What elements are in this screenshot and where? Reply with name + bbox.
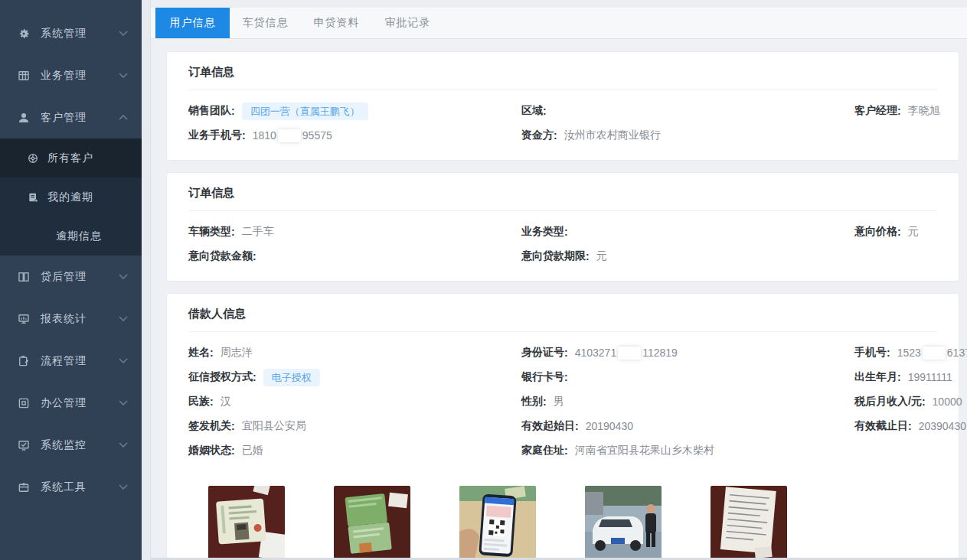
field-id-number: 身份证号: 4103271112819 <box>521 340 854 365</box>
chevron-down-icon <box>119 400 128 405</box>
field-valid-from: 有效起始日: 20190430 <box>521 414 854 438</box>
toolbox-icon <box>17 480 31 494</box>
photo-person-with-car[interactable]: 本人照 <box>585 486 662 560</box>
photo-id-card[interactable]: 本人照 <box>208 486 285 560</box>
sidebar-subitem-overdue-info[interactable]: 逾期信息 <box>0 217 142 256</box>
field-birth-date: 出生年月: 19911111 <box>854 365 967 389</box>
order-info-card: 订单信息 销售团队: 四团一营（直属王鹏飞） 区域: 客户经理: 李晓旭 <box>166 51 959 161</box>
field-home-address: 家庭住址: 河南省宜阳县花果山乡木柴村 <box>521 438 854 463</box>
chevron-down-icon <box>119 442 128 448</box>
sidebar-item-system-tools[interactable]: 系统工具 <box>0 466 142 508</box>
sidebar-subitem-all-customers[interactable]: 所有客户 <box>0 138 142 177</box>
sidebar-item-office-management[interactable]: 办公管理 <box>0 382 142 424</box>
square-nested-icon <box>17 396 31 410</box>
sidebar-item-label: 流程管理 <box>41 354 119 368</box>
gear-icon <box>17 27 31 41</box>
redaction-patch <box>618 347 641 360</box>
photo-handwritten-document[interactable]: 手写申请书 <box>711 486 787 560</box>
chevron-down-icon <box>119 358 128 363</box>
notebook-icon <box>27 191 39 203</box>
top-strip <box>151 0 967 8</box>
redaction-patch <box>278 129 301 142</box>
chevron-down-icon <box>119 73 128 78</box>
tab-content: 订单信息 销售团队: 四团一营（直属王鹏飞） 区域: 客户经理: 李晓旭 <box>151 39 967 560</box>
sidebar-item-customer-management[interactable]: 客户管理 <box>0 96 142 138</box>
sidebar-item-label: 报表统计 <box>41 312 119 326</box>
sidebar-item-business-management[interactable]: 业务管理 <box>0 54 142 96</box>
sidebar-item-process-management[interactable]: 流程管理 <box>0 340 142 382</box>
sidebar-item-label: 办公管理 <box>41 396 119 410</box>
sidebar-item-label: 贷后管理 <box>41 270 119 284</box>
book-icon <box>17 270 31 284</box>
credit-auth-tag: 电子授权 <box>263 369 320 386</box>
field-mobile: 手机号: 15236137 <box>854 340 967 365</box>
sidebar-subitem-label: 我的逾期 <box>47 190 93 204</box>
field-business-type: 业务类型: <box>521 220 854 244</box>
field-issuing-authority: 签发机关: 宜阳县公安局 <box>188 414 521 438</box>
clipboard-edit-icon <box>17 354 31 368</box>
sales-team-tag[interactable]: 四团一营（直属王鹏飞） <box>242 103 368 120</box>
chevron-down-icon <box>119 31 128 36</box>
card-title: 订单信息 <box>188 173 937 211</box>
main-panel: 用户信息 车贷信息 申贷资料 审批记录 订单信息 销售团队: 四团一营（直属王鹏… <box>151 0 967 560</box>
tab-bar: 用户信息 车贷信息 申贷资料 审批记录 <box>151 8 967 39</box>
tab-loan-application-docs[interactable]: 申贷资料 <box>301 8 372 38</box>
field-intent-price: 意向价格: 元 <box>854 220 937 244</box>
chevron-down-icon <box>119 484 128 490</box>
sidebar-item-report-statistics[interactable]: 报表统计 <box>0 298 142 340</box>
field-sales-team: 销售团队: 四团一营（直属王鹏飞） <box>188 99 521 123</box>
field-intent-loan-amount: 意向贷款金额: <box>188 244 521 269</box>
field-funder: 资金方: 汝州市农村商业银行 <box>521 123 854 148</box>
card-title: 订单信息 <box>188 52 937 90</box>
document-photos: 本人照 <box>188 475 937 560</box>
loan-intent-card: 订单信息 车辆类型: 二手车 业务类型: 意向价格: 元 <box>166 172 959 282</box>
field-marital-status: 婚姻状态: 已婚 <box>188 438 521 463</box>
field-customer-manager: 客户经理: 李晓旭 <box>854 99 940 123</box>
sidebar-item-system-monitor[interactable]: 系统监控 <box>0 424 142 466</box>
field-bank-card: 银行卡号: <box>521 365 854 389</box>
chevron-down-icon <box>119 274 128 279</box>
sidebar-subitem-my-overdue[interactable]: 我的逾期 <box>0 177 142 217</box>
photo-green-booklet[interactable]: 智能双录核验 <box>334 486 410 560</box>
app-window: 系统管理 业务管理 客户管理 所有客户 我的逾期 逾期信息 <box>0 0 967 560</box>
card-title: 借款人信息 <box>188 294 937 332</box>
monitor-check-icon <box>17 438 31 452</box>
sidebar-item-label: 系统工具 <box>41 480 119 494</box>
field-vehicle-type: 车辆类型: 二手车 <box>188 220 521 244</box>
sidebar-item-system-management[interactable]: 系统管理 <box>0 12 142 54</box>
chevron-up-icon <box>119 115 128 120</box>
sidebar-subitem-label: 逾期信息 <box>56 230 102 243</box>
sidebar-item-label: 系统管理 <box>41 27 119 41</box>
field-region: 区域: <box>521 99 854 123</box>
field-intent-loan-term: 意向贷款期限: 元 <box>521 244 854 269</box>
photo-phone-qr-auth[interactable]: 征信授权 <box>459 486 536 560</box>
user-icon <box>17 111 31 125</box>
field-gender: 性别: 男 <box>521 389 854 414</box>
sidebar-item-label: 客户管理 <box>41 111 119 125</box>
sidebar-item-label: 业务管理 <box>41 69 119 83</box>
field-monthly-income: 税后月收入/元: 10000 <box>854 389 967 414</box>
tab-user-info[interactable]: 用户信息 <box>155 8 230 38</box>
sidebar-subitem-label: 所有客户 <box>47 151 93 165</box>
sidebar-gutter <box>142 0 151 560</box>
borrower-info-card: 借款人信息 姓名: 周志洋 身份证号: 4103271112819 手机号: 1… <box>166 293 959 560</box>
tab-approval-records[interactable]: 审批记录 <box>372 8 443 38</box>
customer-management-submenu: 所有客户 我的逾期 逾期信息 <box>0 138 142 256</box>
chevron-down-icon <box>119 316 128 321</box>
monitor-chart-icon <box>17 312 31 326</box>
redaction-patch <box>923 347 946 360</box>
field-valid-to: 有效截止日: 20390430 <box>854 414 967 438</box>
field-credit-auth-method: 征信授权方式: 电子授权 <box>188 365 521 389</box>
sidebar-item-label: 系统监控 <box>41 438 119 452</box>
sidebar: 系统管理 业务管理 客户管理 所有客户 我的逾期 逾期信息 <box>0 0 142 560</box>
wheel-icon <box>27 152 39 164</box>
tab-car-loan-info[interactable]: 车贷信息 <box>230 8 301 38</box>
grid-icon <box>17 69 31 83</box>
field-business-phone: 业务手机号: 181095575 <box>188 123 521 148</box>
sidebar-item-postloan-management[interactable]: 贷后管理 <box>0 256 142 298</box>
field-ethnicity: 民族: 汉 <box>188 389 521 414</box>
field-name: 姓名: 周志洋 <box>188 340 521 365</box>
